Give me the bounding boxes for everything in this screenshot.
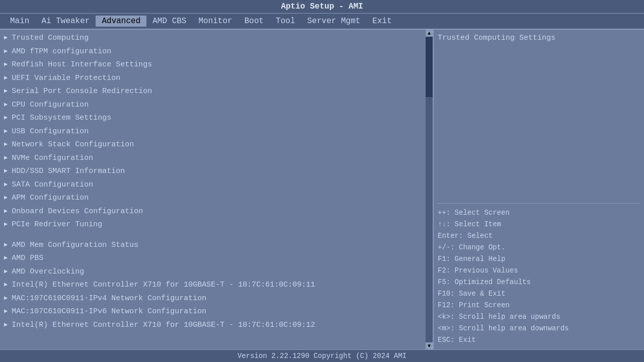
menu-item-advanced[interactable]: Advanced [96,16,146,27]
main-content: ▶Trusted Computing▶AMD fTPM configuratio… [0,30,644,349]
menu-item-label: Intel(R) Ethernet Controller X710 for 10… [12,280,315,291]
menu-item-label: Redfish Host Interface Settings [12,59,152,71]
key-hint: <k>: Scroll help area upwards [438,312,640,322]
app: Aptio Setup - AMI MainAi TweakerAdvanced… [0,0,644,362]
menu-item-tool[interactable]: Tool [270,16,301,27]
key-hint: F10: Save & Exit [438,289,640,299]
menu-item-label: PCIe Redriver Tuning [12,219,102,231]
menu-item-label: Serial Port Console Redirection [12,86,152,98]
menu-list-item[interactable]: ▶Redfish Host Interface Settings [0,58,426,72]
menu-item-amd-cbs[interactable]: AMD CBS [146,16,192,27]
menu-list-item[interactable]: ▶UEFI Variable Protection [0,72,426,85]
menu-item-label: USB Configuration [12,126,89,138]
menu-item-label: Intel(R) Ethernet Controller X710 for 10… [12,320,315,331]
arrow-icon: ▶ [4,34,8,42]
arrow-icon: ▶ [4,167,8,175]
key-hint: F12: Print Screen [438,300,640,311]
menu-list: ▶Trusted Computing▶AMD fTPM configuratio… [0,30,426,349]
menu-list-item[interactable]: ▶APM Configuration [0,192,426,205]
menu-list-item[interactable]: ▶Onboard Devices Configuration [0,205,426,219]
key-hint: ++: Select Screen [438,208,640,218]
menu-item-label: UEFI Variable Protection [12,73,120,84]
scroll-down-button[interactable]: ▼ [426,342,433,349]
menu-list-item[interactable]: ▶Network Stack Configuration [0,138,426,152]
menu-list-item[interactable]: ▶AMD Overclocking [0,265,426,279]
menu-list-item[interactable]: ▶NVMe Configuration [0,152,426,165]
arrow-icon: ▶ [4,87,8,96]
menu-item-monitor[interactable]: Monitor [192,16,238,27]
arrow-icon: ▶ [4,307,8,316]
menu-item-label: Trusted Computing [12,33,89,44]
key-hint: +/-: Change Opt. [438,242,640,253]
menu-item-label: AMD fTPM configuration [12,46,111,58]
key-hint: ESC: Exit [438,335,640,345]
menu-list-item[interactable]: ▶PCIe Redriver Tuning [0,218,426,232]
menu-item-main[interactable]: Main [4,16,35,27]
arrow-icon: ▶ [4,60,8,69]
menu-item-label: AMD Overclocking [12,266,84,278]
menu-item-label: APM Configuration [12,193,89,204]
help-content-area [438,46,640,199]
menu-list-item[interactable]: ▶CPU Configuration [0,99,426,112]
menu-list-item[interactable]: ▶HDD/SSD SMART Information [0,165,426,178]
scroll-track [426,37,433,342]
scroll-thumb[interactable] [426,37,433,97]
footer: Version 2.22.1290 Copyright (C) 2024 AMI [0,349,644,362]
menu-item-exit[interactable]: Exit [366,16,397,27]
menu-list-item[interactable]: ▶Serial Port Console Redirection [0,85,426,99]
footer-text: Version 2.22.1290 Copyright (C) 2024 AMI [237,352,407,360]
app-title: Aptio Setup - AMI [281,2,363,11]
menu-list-item[interactable]: ▶AMD fTPM configuration [0,45,426,59]
menu-list-item[interactable]: ▶USB Configuration [0,125,426,139]
menu-item-label: Network Stack Configuration [12,139,134,151]
arrow-icon: ▶ [4,267,8,276]
arrow-icon: ▶ [4,194,8,202]
menu-list-item[interactable]: ▶AMD Mem Configuration Status [0,239,426,252]
menu-list-item[interactable]: ▶Intel(R) Ethernet Controller X710 for 1… [0,319,426,332]
arrow-icon: ▶ [4,114,8,122]
arrow-icon: ▶ [4,281,8,289]
key-hint: Enter: Select [438,231,640,241]
arrow-icon: ▶ [4,207,8,216]
key-hint: ↑↓: Select Item [438,219,640,230]
key-hint: F1: General Help [438,254,640,264]
scrollbar: ▲ ▼ [426,30,433,349]
list-spacer [0,232,426,239]
arrow-icon: ▶ [4,127,8,136]
menu-item-label: HDD/SSD SMART Information [12,166,125,177]
menu-item-label: AMD PBS [12,253,43,264]
menu-item-label: AMD Mem Configuration Status [12,240,138,251]
menu-item-label: CPU Configuration [12,100,89,111]
arrow-icon: ▶ [4,74,8,82]
menu-item-label: PCI Subsystem Settings [12,113,111,124]
arrow-icon: ▶ [4,180,8,189]
arrow-icon: ▶ [4,154,8,162]
key-hint: <m>: Scroll help area downwards [438,323,640,334]
menu-item-ai-tweaker[interactable]: Ai Tweaker [35,16,96,27]
menu-bar: MainAi TweakerAdvancedAMD CBSMonitorBoot… [0,14,644,30]
menu-item-boot[interactable]: Boot [238,16,270,27]
arrow-icon: ▶ [4,254,8,262]
arrow-icon: ▶ [4,220,8,229]
menu-list-item[interactable]: ▶MAC:107C610C0911-IPv4 Network Configura… [0,292,426,306]
menu-item-label: NVMe Configuration [12,153,93,164]
arrow-icon: ▶ [4,321,8,329]
menu-list-item[interactable]: ▶AMD PBS [0,252,426,265]
menu-item-label: MAC:107C610C0911-IPv6 Network Configurat… [12,306,206,318]
arrow-icon: ▶ [4,47,8,56]
key-hint: F2: Previous Values [438,265,640,276]
arrow-icon: ▶ [4,101,8,109]
help-divider [438,203,640,204]
menu-item-label: MAC:107C610C0911-IPv4 Network Configurat… [12,293,206,305]
menu-list-item[interactable]: ▶MAC:107C610C0911-IPv6 Network Configura… [0,305,426,319]
menu-list-item[interactable]: ▶PCI Subsystem Settings [0,112,426,125]
key-hints: ++: Select Screen↑↓: Select ItemEnter: S… [438,208,640,345]
menu-item-label: SATA Configuration [12,179,93,191]
arrow-icon: ▶ [4,241,8,249]
menu-item-server-mgmt[interactable]: Server Mgmt [301,16,366,27]
menu-list-item[interactable]: ▶Trusted Computing [0,32,426,45]
title-bar: Aptio Setup - AMI [0,0,644,14]
scroll-up-button[interactable]: ▲ [426,30,433,37]
menu-list-item[interactable]: ▶SATA Configuration [0,178,426,192]
menu-list-item[interactable]: ▶Intel(R) Ethernet Controller X710 for 1… [0,279,426,292]
